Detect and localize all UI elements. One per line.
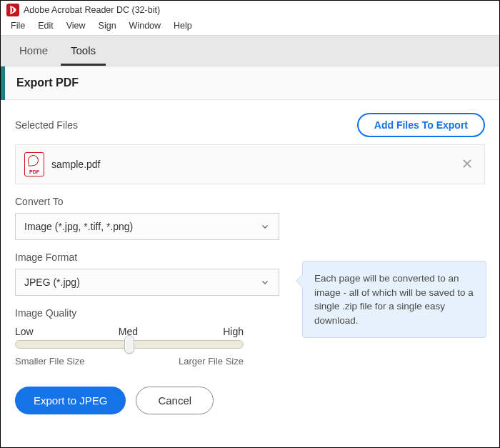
menu-file[interactable]: File (5, 19, 31, 32)
menu-view[interactable]: View (61, 19, 91, 32)
selected-files-header: Selected Files Add Files To Export (15, 113, 485, 137)
add-files-button[interactable]: Add Files To Export (357, 113, 485, 137)
menu-sign[interactable]: Sign (93, 19, 122, 32)
slider-sub-labels: Smaller File Size Larger File Size (15, 356, 244, 367)
slider-sub-large: Larger File Size (179, 356, 244, 367)
selected-files-label: Selected Files (15, 119, 78, 131)
menu-window[interactable]: Window (124, 19, 166, 32)
chevron-down-icon (260, 221, 270, 232)
tab-tools[interactable]: Tools (61, 36, 106, 66)
action-buttons: Export to JPEG Cancel (15, 387, 485, 414)
convert-to-label: Convert To (15, 196, 485, 207)
quality-slider[interactable] (15, 340, 244, 349)
selected-file-name: sample.pdf (51, 159, 451, 170)
convert-to-value: Image (*.jpg, *.tiff, *.png) (24, 221, 133, 232)
image-format-select[interactable]: JPEG (*.jpg) (15, 269, 279, 296)
info-tooltip: Each page will be converted to an image … (302, 261, 486, 338)
image-quality-block: Image Quality Low Med High Smaller File … (15, 307, 244, 367)
content-area: Selected Files Add Files To Export PDF s… (1, 100, 499, 427)
acrobat-app-icon (6, 4, 19, 16)
image-quality-label: Image Quality (15, 307, 244, 319)
menu-bar: File Edit View Sign Window Help (1, 19, 499, 35)
pdf-file-icon: PDF (24, 152, 44, 176)
slider-tick-high: High (223, 326, 244, 337)
tabs-bar: Home Tools (1, 35, 499, 66)
slider-tick-low: Low (15, 326, 34, 337)
remove-file-button[interactable] (459, 156, 476, 172)
menu-help[interactable]: Help (168, 19, 198, 32)
subheader: Export PDF (1, 66, 499, 100)
title-bar: Adobe Acrobat Reader DC (32-bit) (1, 1, 499, 19)
tab-home[interactable]: Home (9, 36, 58, 66)
page-title: Export PDF (5, 66, 499, 100)
chevron-down-icon (260, 277, 270, 287)
menu-edit[interactable]: Edit (32, 19, 59, 32)
export-button[interactable]: Export to JPEG (15, 387, 126, 414)
convert-to-select[interactable]: Image (*.jpg, *.tiff, *.png) (15, 213, 279, 240)
close-icon (461, 158, 473, 169)
image-format-value: JPEG (*.jpg) (24, 277, 80, 288)
convert-to-block: Convert To Image (*.jpg, *.tiff, *.png) (15, 196, 485, 240)
window-title: Adobe Acrobat Reader DC (32-bit) (24, 5, 160, 15)
cancel-button[interactable]: Cancel (136, 387, 214, 414)
selected-file-row: PDF sample.pdf (15, 144, 485, 184)
slider-thumb[interactable] (124, 335, 134, 354)
slider-sub-small: Smaller File Size (15, 356, 85, 367)
